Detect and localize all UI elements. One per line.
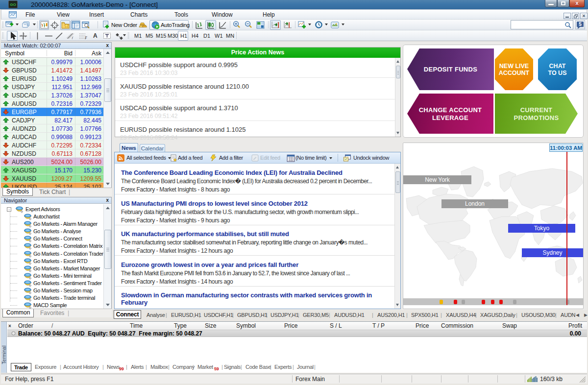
svg-text:F: F [84, 36, 87, 40]
svg-text:f: f [72, 36, 74, 40]
